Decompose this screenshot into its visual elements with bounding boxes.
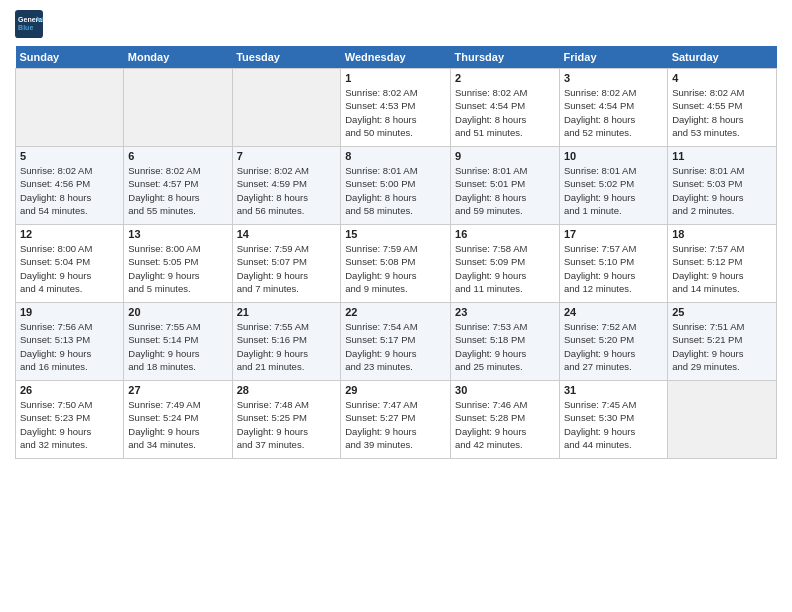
day-info: Sunrise: 8:01 AM Sunset: 5:03 PM Dayligh… [672,164,772,217]
calendar-table: SundayMondayTuesdayWednesdayThursdayFrid… [15,46,777,459]
day-number: 23 [455,306,555,318]
day-info: Sunrise: 7:59 AM Sunset: 5:07 PM Dayligh… [237,242,337,295]
day-number: 6 [128,150,227,162]
weekday-header-monday: Monday [124,46,232,69]
day-info: Sunrise: 8:02 AM Sunset: 4:54 PM Dayligh… [455,86,555,139]
week-row-1: 1Sunrise: 8:02 AM Sunset: 4:53 PM Daylig… [16,69,777,147]
calendar-cell: 24Sunrise: 7:52 AM Sunset: 5:20 PM Dayli… [560,303,668,381]
day-info: Sunrise: 7:48 AM Sunset: 5:25 PM Dayligh… [237,398,337,451]
day-number: 25 [672,306,772,318]
day-number: 21 [237,306,337,318]
calendar-cell: 6Sunrise: 8:02 AM Sunset: 4:57 PM Daylig… [124,147,232,225]
calendar-cell: 17Sunrise: 7:57 AM Sunset: 5:10 PM Dayli… [560,225,668,303]
day-number: 18 [672,228,772,240]
svg-text:Blue: Blue [18,24,33,31]
day-number: 5 [20,150,119,162]
day-info: Sunrise: 8:02 AM Sunset: 4:56 PM Dayligh… [20,164,119,217]
calendar-cell: 23Sunrise: 7:53 AM Sunset: 5:18 PM Dayli… [451,303,560,381]
day-number: 8 [345,150,446,162]
calendar-cell [124,69,232,147]
day-info: Sunrise: 7:57 AM Sunset: 5:12 PM Dayligh… [672,242,772,295]
weekday-header-thursday: Thursday [451,46,560,69]
calendar-cell: 26Sunrise: 7:50 AM Sunset: 5:23 PM Dayli… [16,381,124,459]
day-info: Sunrise: 8:02 AM Sunset: 4:54 PM Dayligh… [564,86,663,139]
day-info: Sunrise: 7:52 AM Sunset: 5:20 PM Dayligh… [564,320,663,373]
day-info: Sunrise: 7:46 AM Sunset: 5:28 PM Dayligh… [455,398,555,451]
day-number: 9 [455,150,555,162]
calendar-cell: 31Sunrise: 7:45 AM Sunset: 5:30 PM Dayli… [560,381,668,459]
calendar-cell: 7Sunrise: 8:02 AM Sunset: 4:59 PM Daylig… [232,147,341,225]
day-info: Sunrise: 7:50 AM Sunset: 5:23 PM Dayligh… [20,398,119,451]
day-number: 28 [237,384,337,396]
weekday-header-saturday: Saturday [668,46,777,69]
day-info: Sunrise: 8:02 AM Sunset: 4:59 PM Dayligh… [237,164,337,217]
day-number: 29 [345,384,446,396]
calendar-cell: 22Sunrise: 7:54 AM Sunset: 5:17 PM Dayli… [341,303,451,381]
day-info: Sunrise: 8:00 AM Sunset: 5:05 PM Dayligh… [128,242,227,295]
calendar-cell: 3Sunrise: 8:02 AM Sunset: 4:54 PM Daylig… [560,69,668,147]
day-info: Sunrise: 7:54 AM Sunset: 5:17 PM Dayligh… [345,320,446,373]
day-number: 17 [564,228,663,240]
calendar-cell: 28Sunrise: 7:48 AM Sunset: 5:25 PM Dayli… [232,381,341,459]
day-number: 2 [455,72,555,84]
day-number: 11 [672,150,772,162]
day-info: Sunrise: 7:55 AM Sunset: 5:16 PM Dayligh… [237,320,337,373]
page-container: General Blue SundayMondayTuesdayWednesda… [0,0,792,469]
weekday-header-row: SundayMondayTuesdayWednesdayThursdayFrid… [16,46,777,69]
calendar-cell: 10Sunrise: 8:01 AM Sunset: 5:02 PM Dayli… [560,147,668,225]
day-info: Sunrise: 7:58 AM Sunset: 5:09 PM Dayligh… [455,242,555,295]
calendar-cell [16,69,124,147]
day-info: Sunrise: 7:57 AM Sunset: 5:10 PM Dayligh… [564,242,663,295]
day-info: Sunrise: 8:02 AM Sunset: 4:57 PM Dayligh… [128,164,227,217]
calendar-cell: 1Sunrise: 8:02 AM Sunset: 4:53 PM Daylig… [341,69,451,147]
day-info: Sunrise: 8:01 AM Sunset: 5:00 PM Dayligh… [345,164,446,217]
day-number: 4 [672,72,772,84]
day-info: Sunrise: 7:49 AM Sunset: 5:24 PM Dayligh… [128,398,227,451]
weekday-header-sunday: Sunday [16,46,124,69]
day-info: Sunrise: 7:51 AM Sunset: 5:21 PM Dayligh… [672,320,772,373]
day-number: 1 [345,72,446,84]
day-info: Sunrise: 7:47 AM Sunset: 5:27 PM Dayligh… [345,398,446,451]
weekday-header-tuesday: Tuesday [232,46,341,69]
logo: General Blue [15,10,47,38]
day-info: Sunrise: 7:59 AM Sunset: 5:08 PM Dayligh… [345,242,446,295]
day-info: Sunrise: 8:02 AM Sunset: 4:53 PM Dayligh… [345,86,446,139]
calendar-cell: 8Sunrise: 8:01 AM Sunset: 5:00 PM Daylig… [341,147,451,225]
calendar-cell: 25Sunrise: 7:51 AM Sunset: 5:21 PM Dayli… [668,303,777,381]
day-number: 7 [237,150,337,162]
day-number: 13 [128,228,227,240]
day-number: 12 [20,228,119,240]
calendar-cell: 11Sunrise: 8:01 AM Sunset: 5:03 PM Dayli… [668,147,777,225]
calendar-cell: 9Sunrise: 8:01 AM Sunset: 5:01 PM Daylig… [451,147,560,225]
calendar-cell [232,69,341,147]
day-info: Sunrise: 7:56 AM Sunset: 5:13 PM Dayligh… [20,320,119,373]
calendar-cell: 27Sunrise: 7:49 AM Sunset: 5:24 PM Dayli… [124,381,232,459]
calendar-cell: 29Sunrise: 7:47 AM Sunset: 5:27 PM Dayli… [341,381,451,459]
week-row-2: 5Sunrise: 8:02 AM Sunset: 4:56 PM Daylig… [16,147,777,225]
day-number: 3 [564,72,663,84]
calendar-cell [668,381,777,459]
header: General Blue [15,10,777,38]
day-info: Sunrise: 8:02 AM Sunset: 4:55 PM Dayligh… [672,86,772,139]
calendar-cell: 5Sunrise: 8:02 AM Sunset: 4:56 PM Daylig… [16,147,124,225]
day-info: Sunrise: 8:00 AM Sunset: 5:04 PM Dayligh… [20,242,119,295]
calendar-cell: 13Sunrise: 8:00 AM Sunset: 5:05 PM Dayli… [124,225,232,303]
day-info: Sunrise: 7:45 AM Sunset: 5:30 PM Dayligh… [564,398,663,451]
day-info: Sunrise: 8:01 AM Sunset: 5:02 PM Dayligh… [564,164,663,217]
calendar-cell: 16Sunrise: 7:58 AM Sunset: 5:09 PM Dayli… [451,225,560,303]
day-number: 20 [128,306,227,318]
day-number: 15 [345,228,446,240]
calendar-cell: 12Sunrise: 8:00 AM Sunset: 5:04 PM Dayli… [16,225,124,303]
day-number: 19 [20,306,119,318]
day-number: 31 [564,384,663,396]
weekday-header-friday: Friday [560,46,668,69]
day-number: 30 [455,384,555,396]
calendar-cell: 18Sunrise: 7:57 AM Sunset: 5:12 PM Dayli… [668,225,777,303]
calendar-cell: 4Sunrise: 8:02 AM Sunset: 4:55 PM Daylig… [668,69,777,147]
week-row-3: 12Sunrise: 8:00 AM Sunset: 5:04 PM Dayli… [16,225,777,303]
weekday-header-wednesday: Wednesday [341,46,451,69]
day-number: 10 [564,150,663,162]
day-info: Sunrise: 7:55 AM Sunset: 5:14 PM Dayligh… [128,320,227,373]
calendar-cell: 19Sunrise: 7:56 AM Sunset: 5:13 PM Dayli… [16,303,124,381]
day-number: 24 [564,306,663,318]
